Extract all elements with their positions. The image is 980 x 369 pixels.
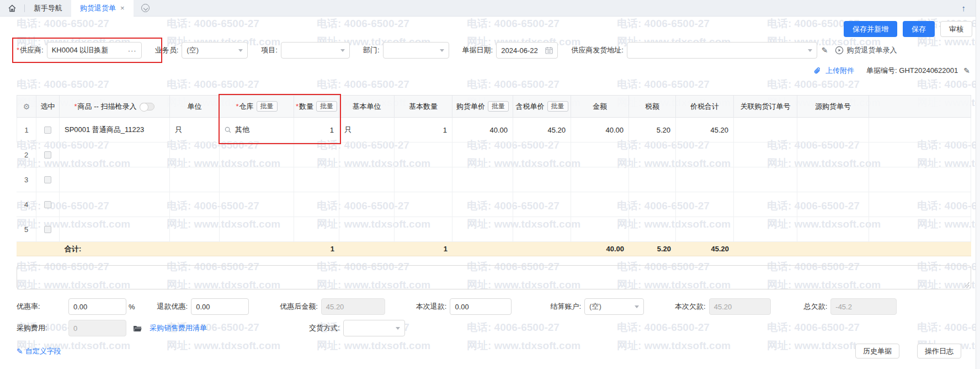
cell-warehouse[interactable]	[220, 217, 294, 242]
cell-base_qty[interactable]	[395, 167, 452, 192]
cell-price_tax[interactable]	[513, 192, 571, 217]
cell-warehouse[interactable]	[220, 167, 294, 192]
settle-account-select[interactable]: (空)	[584, 298, 644, 315]
cell-price_tax[interactable]	[513, 167, 571, 192]
supplier-more-button[interactable]: ···	[128, 46, 137, 55]
cell-source_no[interactable]	[797, 143, 869, 167]
cell-tax[interactable]	[629, 217, 676, 242]
home-button[interactable]	[0, 0, 24, 17]
cell-base_qty[interactable]	[395, 217, 452, 242]
cell-price[interactable]	[452, 217, 513, 242]
row-checkbox[interactable]	[44, 151, 51, 159]
cell-price[interactable]	[452, 192, 513, 217]
cell-related_no[interactable]	[734, 167, 797, 192]
cell-qty[interactable]	[294, 143, 339, 167]
column-settings-gear-icon[interactable]: ⚙	[23, 102, 30, 111]
cell-amount[interactable]	[571, 192, 629, 217]
cell-unit[interactable]	[170, 192, 220, 217]
cell-amount[interactable]	[571, 167, 629, 192]
cell-related_no[interactable]	[734, 192, 797, 217]
cell-base_qty[interactable]: 1	[395, 118, 452, 143]
fee-list-link[interactable]: 采购销售费用清单	[150, 323, 207, 333]
cell-base_unit[interactable]	[339, 192, 395, 217]
supplier-input[interactable]: KH0004 以旧换新 ···	[47, 42, 142, 59]
discount-rate-input[interactable]: 0.00	[68, 298, 126, 315]
cell-product[interactable]	[60, 167, 170, 192]
cell-qty[interactable]: 1	[294, 118, 339, 143]
cell-tax[interactable]	[629, 167, 676, 192]
cell-warehouse[interactable]	[220, 192, 294, 217]
folder-icon[interactable]	[133, 325, 142, 332]
cell-unit[interactable]: 只	[170, 118, 220, 143]
cell-amount[interactable]	[571, 217, 629, 242]
cell-price_tax[interactable]	[513, 143, 571, 167]
cell-product[interactable]	[60, 217, 170, 242]
cell-base_qty[interactable]	[395, 192, 452, 217]
cell-tax[interactable]	[629, 192, 676, 217]
cell-product[interactable]: SP0001 普通商品_11223	[60, 118, 170, 143]
row-checkbox[interactable]	[44, 176, 51, 183]
cell-unit[interactable]	[170, 167, 220, 192]
custom-fields-link[interactable]: ✎ 自定义字段	[17, 346, 61, 356]
cell-warehouse[interactable]: 其他	[220, 118, 294, 143]
project-select[interactable]	[281, 42, 350, 59]
salesman-select[interactable]: (空)	[182, 42, 248, 59]
cell-related_no[interactable]	[734, 217, 797, 242]
refund-now-input[interactable]: 0.00	[450, 298, 512, 315]
cell-related_no[interactable]	[734, 118, 797, 143]
cell-base_unit[interactable]	[339, 167, 395, 192]
remarks-textarea[interactable]	[17, 265, 971, 289]
cell-amount[interactable]: 40.00	[571, 118, 629, 143]
operation-log-button[interactable]: 操作日志	[917, 344, 961, 359]
row-checkbox[interactable]	[44, 226, 51, 233]
cell-price[interactable]: 40.00	[452, 118, 513, 143]
resize-handle[interactable]	[964, 282, 970, 288]
batch-button[interactable]: 批量	[257, 101, 278, 112]
department-select[interactable]	[383, 42, 449, 59]
delivery-select[interactable]	[343, 320, 405, 336]
tab-list-chevron-down-icon[interactable]	[141, 4, 150, 12]
cell-source_no[interactable]	[797, 167, 869, 192]
cell-price[interactable]	[452, 143, 513, 167]
cell-tax[interactable]: 5.20	[629, 118, 676, 143]
batch-button[interactable]: 批量	[316, 101, 337, 112]
row-checkbox[interactable]	[44, 126, 51, 134]
cell-base_unit[interactable]	[339, 217, 395, 242]
close-icon[interactable]: ×	[120, 4, 125, 12]
history-docs-button[interactable]: 历史单据	[855, 344, 899, 359]
batch-button[interactable]: 批量	[488, 101, 509, 112]
cell-qty[interactable]	[294, 192, 339, 217]
cell-price_tax[interactable]	[513, 217, 571, 242]
cell-source_no[interactable]	[797, 118, 869, 143]
cell-qty[interactable]	[294, 217, 339, 242]
address-select[interactable]	[627, 42, 817, 59]
cell-product[interactable]	[60, 192, 170, 217]
cell-amount_tax[interactable]: 45.20	[676, 118, 734, 143]
cell-amount_tax[interactable]	[676, 192, 734, 217]
cell-unit[interactable]	[170, 143, 220, 167]
upload-attachment-link[interactable]: 上传附件	[825, 66, 854, 76]
address-edit-pencil-icon[interactable]: ✎	[822, 46, 828, 55]
cell-base_unit[interactable]: 只	[339, 118, 395, 143]
cell-source_no[interactable]	[797, 192, 869, 217]
cell-amount_tax[interactable]	[676, 217, 734, 242]
entry-guide-link[interactable]: 购货退货单录入	[835, 45, 897, 55]
cell-tax[interactable]	[629, 143, 676, 167]
cell-amount_tax[interactable]	[676, 167, 734, 192]
save-and-new-button[interactable]: 保存并新增	[844, 21, 897, 37]
cell-qty[interactable]	[294, 167, 339, 192]
refund-discount-input[interactable]: 0.00	[191, 298, 249, 315]
cell-related_no[interactable]	[734, 143, 797, 167]
tab-newbie-guide[interactable]: 新手导航	[25, 0, 71, 17]
batch-button[interactable]: 批量	[547, 101, 568, 112]
collapse-up-arrow-icon[interactable]: ↑	[962, 3, 966, 13]
cell-base_qty[interactable]	[395, 143, 452, 167]
cell-source_no[interactable]	[797, 217, 869, 242]
row-checkbox[interactable]	[44, 201, 51, 208]
window-scrollbar[interactable]	[976, 0, 980, 369]
cell-amount_tax[interactable]	[676, 143, 734, 167]
cell-base_unit[interactable]	[339, 143, 395, 167]
date-input[interactable]: 2024-06-22	[496, 42, 558, 59]
cell-warehouse[interactable]	[220, 143, 294, 167]
cell-price_tax[interactable]: 45.20	[513, 118, 571, 143]
